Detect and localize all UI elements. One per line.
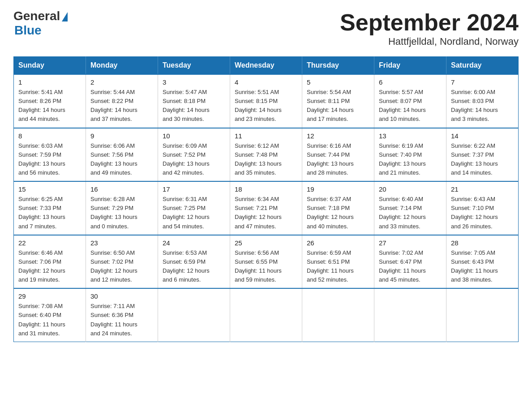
day-number: 18	[235, 185, 297, 193]
page-header: General Blue September 2024 Hattfjelldal…	[13, 9, 519, 47]
calendar-day-cell: 27Sunrise: 7:02 AMSunset: 6:47 PMDayligh…	[374, 235, 446, 289]
day-of-week-header: Sunday	[14, 57, 86, 75]
day-number: 14	[451, 132, 514, 140]
calendar-week-row: 15Sunrise: 6:25 AMSunset: 7:33 PMDayligh…	[14, 181, 519, 235]
day-info: Sunrise: 6:22 AMSunset: 7:37 PMDaylight:…	[451, 141, 514, 178]
calendar-day-cell: 1Sunrise: 5:41 AMSunset: 8:26 PMDaylight…	[14, 74, 86, 128]
calendar-day-cell: 16Sunrise: 6:28 AMSunset: 7:29 PMDayligh…	[86, 181, 158, 235]
day-number: 4	[235, 78, 297, 86]
calendar-header-row: SundayMondayTuesdayWednesdayThursdayFrid…	[14, 57, 519, 75]
day-info: Sunrise: 6:34 AMSunset: 7:21 PMDaylight:…	[235, 195, 297, 231]
day-number: 25	[235, 239, 297, 247]
day-number: 27	[379, 239, 442, 247]
calendar-day-cell: 2Sunrise: 5:44 AMSunset: 8:22 PMDaylight…	[86, 74, 158, 128]
calendar-day-cell: 20Sunrise: 6:40 AMSunset: 7:14 PMDayligh…	[374, 181, 446, 235]
calendar-day-cell: 18Sunrise: 6:34 AMSunset: 7:21 PMDayligh…	[230, 181, 302, 235]
calendar-day-cell: 10Sunrise: 6:09 AMSunset: 7:52 PMDayligh…	[158, 128, 230, 182]
day-number: 7	[451, 78, 514, 86]
calendar-day-cell: 4Sunrise: 5:51 AMSunset: 8:15 PMDaylight…	[230, 74, 302, 128]
calendar-day-cell	[374, 288, 446, 342]
calendar-day-cell	[230, 288, 302, 342]
calendar-day-cell: 19Sunrise: 6:37 AMSunset: 7:18 PMDayligh…	[302, 181, 374, 235]
calendar-week-row: 8Sunrise: 6:03 AMSunset: 7:59 PMDaylight…	[14, 128, 519, 182]
day-number: 30	[90, 292, 153, 300]
day-info: Sunrise: 6:43 AMSunset: 7:10 PMDaylight:…	[451, 195, 514, 231]
day-info: Sunrise: 5:51 AMSunset: 8:15 PMDaylight:…	[235, 88, 297, 124]
calendar-day-cell: 5Sunrise: 5:54 AMSunset: 8:11 PMDaylight…	[302, 74, 374, 128]
day-info: Sunrise: 5:54 AMSunset: 8:11 PMDaylight:…	[307, 88, 369, 124]
day-number: 21	[451, 185, 514, 193]
day-info: Sunrise: 7:02 AMSunset: 6:47 PMDaylight:…	[379, 248, 442, 285]
calendar-week-row: 1Sunrise: 5:41 AMSunset: 8:26 PMDaylight…	[14, 74, 519, 128]
calendar-day-cell	[158, 288, 230, 342]
calendar-day-cell: 25Sunrise: 6:56 AMSunset: 6:55 PMDayligh…	[230, 235, 302, 289]
calendar-day-cell: 14Sunrise: 6:22 AMSunset: 7:37 PMDayligh…	[446, 128, 519, 182]
day-info: Sunrise: 5:41 AMSunset: 8:26 PMDaylight:…	[18, 88, 81, 124]
calendar-day-cell: 29Sunrise: 7:08 AMSunset: 6:40 PMDayligh…	[14, 288, 86, 342]
day-of-week-header: Saturday	[446, 57, 519, 75]
day-info: Sunrise: 6:06 AMSunset: 7:56 PMDaylight:…	[90, 141, 153, 178]
calendar-day-cell: 13Sunrise: 6:19 AMSunset: 7:40 PMDayligh…	[374, 128, 446, 182]
day-info: Sunrise: 6:03 AMSunset: 7:59 PMDaylight:…	[18, 141, 81, 178]
day-info: Sunrise: 6:09 AMSunset: 7:52 PMDaylight:…	[163, 141, 225, 178]
day-number: 5	[307, 78, 369, 86]
calendar-day-cell: 17Sunrise: 6:31 AMSunset: 7:25 PMDayligh…	[158, 181, 230, 235]
day-number: 12	[307, 132, 369, 140]
day-number: 3	[163, 78, 225, 86]
day-number: 26	[307, 239, 369, 247]
calendar-day-cell: 12Sunrise: 6:16 AMSunset: 7:44 PMDayligh…	[302, 128, 374, 182]
day-number: 17	[163, 185, 225, 193]
day-number: 23	[90, 239, 153, 247]
calendar-day-cell: 22Sunrise: 6:46 AMSunset: 7:06 PMDayligh…	[14, 235, 86, 289]
day-info: Sunrise: 7:11 AMSunset: 6:36 PMDaylight:…	[90, 302, 153, 338]
day-number: 29	[18, 292, 81, 300]
day-info: Sunrise: 6:31 AMSunset: 7:25 PMDaylight:…	[163, 195, 225, 231]
page-title: September 2024	[340, 9, 519, 36]
day-number: 15	[18, 185, 81, 193]
day-number: 20	[379, 185, 442, 193]
day-info: Sunrise: 6:53 AMSunset: 6:59 PMDaylight:…	[163, 248, 225, 285]
calendar-day-cell: 6Sunrise: 5:57 AMSunset: 8:07 PMDaylight…	[374, 74, 446, 128]
day-info: Sunrise: 5:47 AMSunset: 8:18 PMDaylight:…	[163, 88, 225, 124]
day-number: 9	[90, 132, 153, 140]
day-info: Sunrise: 5:57 AMSunset: 8:07 PMDaylight:…	[379, 88, 442, 124]
calendar-day-cell: 26Sunrise: 6:59 AMSunset: 6:51 PMDayligh…	[302, 235, 374, 289]
day-number: 6	[379, 78, 442, 86]
day-of-week-header: Thursday	[302, 57, 374, 75]
page-subtitle: Hattfjelldal, Nordland, Norway	[340, 36, 519, 47]
calendar-day-cell: 3Sunrise: 5:47 AMSunset: 8:18 PMDaylight…	[158, 74, 230, 128]
day-info: Sunrise: 7:08 AMSunset: 6:40 PMDaylight:…	[18, 302, 81, 338]
calendar-day-cell: 11Sunrise: 6:12 AMSunset: 7:48 PMDayligh…	[230, 128, 302, 182]
day-info: Sunrise: 6:12 AMSunset: 7:48 PMDaylight:…	[235, 141, 297, 178]
day-info: Sunrise: 6:46 AMSunset: 7:06 PMDaylight:…	[18, 248, 81, 285]
day-info: Sunrise: 7:05 AMSunset: 6:43 PMDaylight:…	[451, 248, 514, 285]
calendar-day-cell: 8Sunrise: 6:03 AMSunset: 7:59 PMDaylight…	[14, 128, 86, 182]
calendar-week-row: 29Sunrise: 7:08 AMSunset: 6:40 PMDayligh…	[14, 288, 519, 342]
day-number: 28	[451, 239, 514, 247]
calendar-day-cell	[446, 288, 519, 342]
calendar-day-cell: 9Sunrise: 6:06 AMSunset: 7:56 PMDaylight…	[86, 128, 158, 182]
calendar-day-cell: 28Sunrise: 7:05 AMSunset: 6:43 PMDayligh…	[446, 235, 519, 289]
day-info: Sunrise: 6:37 AMSunset: 7:18 PMDaylight:…	[307, 195, 369, 231]
calendar-table: SundayMondayTuesdayWednesdayThursdayFrid…	[13, 56, 519, 342]
logo: General Blue	[13, 9, 68, 38]
day-number: 2	[90, 78, 153, 86]
calendar-day-cell: 7Sunrise: 6:00 AMSunset: 8:03 PMDaylight…	[446, 74, 519, 128]
calendar-day-cell: 15Sunrise: 6:25 AMSunset: 7:33 PMDayligh…	[14, 181, 86, 235]
day-number: 22	[18, 239, 81, 247]
logo-general: General	[13, 9, 60, 23]
day-of-week-header: Tuesday	[158, 57, 230, 75]
day-number: 16	[90, 185, 153, 193]
day-number: 13	[379, 132, 442, 140]
logo-blue: Blue	[14, 23, 42, 37]
day-info: Sunrise: 6:19 AMSunset: 7:40 PMDaylight:…	[379, 141, 442, 178]
calendar-day-cell: 23Sunrise: 6:50 AMSunset: 7:02 PMDayligh…	[86, 235, 158, 289]
day-number: 8	[18, 132, 81, 140]
calendar-week-row: 22Sunrise: 6:46 AMSunset: 7:06 PMDayligh…	[14, 235, 519, 289]
calendar-day-cell: 21Sunrise: 6:43 AMSunset: 7:10 PMDayligh…	[446, 181, 519, 235]
day-info: Sunrise: 6:59 AMSunset: 6:51 PMDaylight:…	[307, 248, 369, 285]
day-info: Sunrise: 6:25 AMSunset: 7:33 PMDaylight:…	[18, 195, 81, 231]
title-block: September 2024 Hattfjelldal, Nordland, N…	[340, 9, 519, 47]
day-number: 24	[163, 239, 225, 247]
day-info: Sunrise: 6:50 AMSunset: 7:02 PMDaylight:…	[90, 248, 153, 285]
